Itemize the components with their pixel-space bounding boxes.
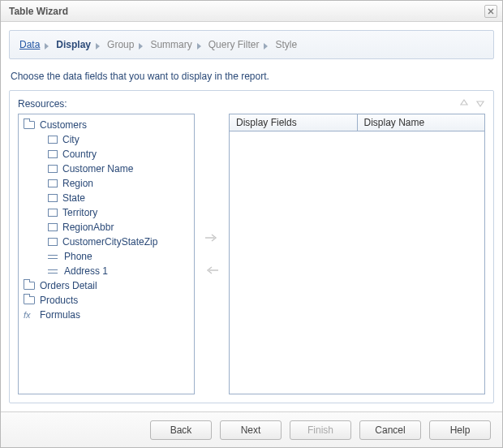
window-title: Table Wizard [9,6,68,17]
tree-node-label: Customer Name [62,163,133,174]
arrow-up-icon [459,98,469,108]
grid-column-header[interactable]: Display Name [358,114,485,131]
cancel-button[interactable]: Cancel [359,420,421,440]
formula-icon: fx [24,310,35,320]
chevron-right-icon [262,41,272,48]
field-icon [48,223,58,231]
folder-icon [24,282,35,290]
back-button[interactable]: Back [150,420,212,440]
breadcrumb-step: Group [107,39,134,50]
tree-node-label: State [62,192,85,204]
breadcrumb-step: Summary [150,39,191,50]
resources-tree[interactable]: CustomersCityCountryCustomer NameRegionS… [18,114,195,394]
tree-node-label: Orders Detail [40,280,97,291]
titlebar: Table Wizard [1,1,502,22]
resources-header-row: Resources: [18,97,485,114]
chevron-right-icon [196,41,205,48]
tree-node[interactable]: Products [24,293,192,308]
text-field-icon [48,267,59,275]
wizard-window: Table Wizard DataDisplayGroupSummaryQuer… [0,0,503,448]
field-icon [48,238,58,246]
move-down-button[interactable] [475,97,485,110]
tree-node-label: Territory [62,207,97,218]
arrow-right-icon [204,233,219,243]
tree-node[interactable]: City [48,132,192,147]
tree-node[interactable]: Orders Detail [24,278,192,293]
tree-node-label: Phone [64,251,92,262]
finish-button[interactable]: Finish [290,420,351,440]
breadcrumb-step: Style [275,39,297,50]
field-icon [48,194,58,202]
transfer-buttons [201,114,222,394]
display-fields-grid[interactable]: Display Fields Display Name [229,114,485,394]
field-icon [48,179,58,187]
resources-label: Resources: [18,98,67,110]
breadcrumb: DataDisplayGroupSummaryQuery FilterStyle [9,30,494,59]
tree-node-label: Customers [40,119,87,131]
tree-node[interactable]: Region [48,176,192,191]
tree-node[interactable]: Address 1 [48,264,192,278]
chevron-right-icon [43,41,53,48]
field-icon [48,150,58,158]
arrow-left-icon [204,265,219,275]
tree-node[interactable]: CustomerCityStateZip [48,235,192,249]
tree-node[interactable]: Customers [24,118,192,132]
folder-icon [24,296,35,304]
tree-node-label: Products [40,295,78,306]
tree-node[interactable]: Customer Name [48,162,192,176]
tree-node[interactable]: RegionAbbr [48,220,192,235]
add-field-button[interactable] [204,231,220,244]
arrow-down-icon [475,98,485,108]
tree-node[interactable]: Phone [48,249,192,264]
next-button[interactable]: Next [220,420,282,440]
tree-node[interactable]: State [48,191,192,205]
tree-node[interactable]: Country [48,147,192,162]
text-field-icon [48,252,59,261]
reorder-controls [459,97,485,110]
tree-node[interactable]: fxFormulas [24,308,192,322]
chevron-right-icon [137,41,147,48]
chevron-right-icon [94,41,104,48]
tree-node-label: Formulas [40,309,80,321]
instruction-text: Choose the data fields that you want to … [11,71,492,82]
field-icon [48,165,58,173]
close-button[interactable] [484,5,497,18]
tree-node-label: CustomerCityStateZip [62,236,157,248]
tree-node-label: Region [62,178,93,189]
breadcrumb-step: Query Filter [209,39,260,50]
main-panel: Resources: CustomersCityCountryCustomer … [9,90,494,403]
tree-node-label: Country [62,149,97,160]
move-up-button[interactable] [459,97,469,110]
remove-field-button[interactable] [204,264,220,277]
tree-node-label: Address 1 [64,265,108,277]
breadcrumb-step: Display [56,39,91,50]
tree-node-label: City [62,134,80,145]
close-icon [488,8,494,15]
help-button[interactable]: Help [429,420,491,440]
tree-node[interactable]: Territory [48,205,192,220]
folder-open-icon [24,121,35,129]
columns: CustomersCityCountryCustomer NameRegionS… [18,114,485,394]
breadcrumb-step[interactable]: Data [19,39,40,50]
grid-header: Display Fields Display Name [230,114,484,131]
footer: Back Next Finish Cancel Help [1,411,502,447]
grid-column-header[interactable]: Display Fields [230,114,358,131]
wizard-body: DataDisplayGroupSummaryQuery FilterStyle… [1,22,502,411]
tree-node-label: RegionAbbr [62,222,114,233]
field-icon [48,136,58,144]
field-icon [48,209,58,217]
